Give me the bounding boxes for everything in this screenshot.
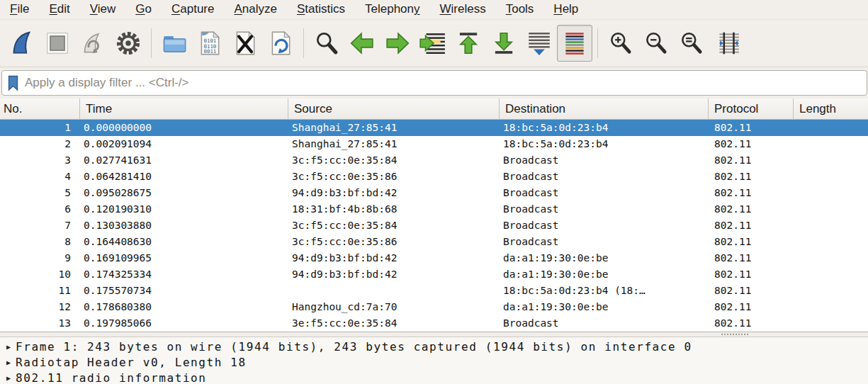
- menu-edit[interactable]: Edit: [39, 1, 79, 18]
- cell-length: [794, 169, 868, 185]
- expander-triangle-icon[interactable]: ▶: [0, 358, 16, 366]
- menu-view[interactable]: View: [80, 1, 126, 18]
- column-header-source[interactable]: Source: [288, 98, 500, 119]
- open-file-button[interactable]: [157, 25, 192, 62]
- column-header-destination[interactable]: Destination: [500, 98, 709, 119]
- packet-row-3[interactable]: 30.0277416313c:f5:cc:0e:35:84Broadcast80…: [0, 152, 868, 169]
- auto-scroll-icon: [526, 30, 553, 57]
- close-file-button[interactable]: [227, 25, 263, 62]
- display-filter-input[interactable]: [25, 76, 862, 90]
- save-file-button[interactable]: 0101 0110 0011: [192, 25, 227, 62]
- go-last-packet-button[interactable]: [486, 25, 522, 62]
- close-file-icon: [232, 30, 259, 57]
- cell-source: 94:d9:b3:bf:bd:42: [288, 185, 500, 201]
- column-header-time[interactable]: Time: [80, 98, 288, 119]
- main-toolbar: 0101 0110 0011: [0, 19, 868, 67]
- splitter-grip-icon[interactable]: [721, 334, 748, 335]
- zoom-in-button[interactable]: [603, 25, 638, 62]
- menu-telephony[interactable]: Telephony: [355, 1, 430, 18]
- start-capture-button[interactable]: [4, 25, 40, 62]
- svg-text:0011: 0011: [204, 48, 217, 55]
- cell-destination: 18:bc:5a:0d:23:b4: [500, 120, 709, 136]
- wireshark-fin-icon: [9, 30, 35, 57]
- cell-no: 5: [0, 185, 80, 201]
- detail-line-2[interactable]: ▶Radiotap Header v0, Length 18: [0, 354, 868, 370]
- cell-no: 7: [0, 218, 80, 234]
- cell-protocol: 802.11: [709, 152, 794, 169]
- detail-line-1[interactable]: ▶Frame 1: 243 bytes on wire (1944 bits),…: [0, 339, 868, 354]
- resize-columns-button[interactable]: [709, 25, 745, 62]
- cell-time: 0.120190310: [80, 201, 288, 218]
- arrow-up-bar-icon: [455, 30, 482, 57]
- toolbar-separator: [151, 28, 152, 58]
- cell-protocol: 802.11: [709, 299, 794, 315]
- packet-row-6[interactable]: 60.12019031018:31:bf:4b:8b:68Broadcast80…: [0, 201, 868, 218]
- packet-row-9[interactable]: 90.16910996594:d9:b3:bf:bd:42da:a1:19:30…: [0, 250, 868, 266]
- menu-file[interactable]: File: [0, 1, 39, 18]
- colorize-packets-button[interactable]: [557, 25, 592, 62]
- cell-no: 9: [0, 250, 80, 266]
- zoom-normal-button[interactable]: [674, 25, 709, 62]
- menu-tools[interactable]: Tools: [496, 1, 544, 18]
- cell-source: 3e:f5:cc:0e:35:84: [288, 315, 500, 332]
- expander-triangle-icon[interactable]: ▶: [0, 343, 16, 351]
- restart-capture-button[interactable]: [75, 25, 111, 62]
- cell-source: 3c:f5:cc:0e:35:86: [288, 169, 500, 185]
- cell-length: [794, 266, 868, 283]
- column-header-length[interactable]: Length: [794, 98, 868, 119]
- cell-no: 4: [0, 169, 80, 185]
- cell-time: 0.164408630: [80, 234, 288, 250]
- cell-destination: Broadcast: [500, 234, 709, 250]
- packet-row-10[interactable]: 100.17432533494:d9:b3:bf:bd:42da:a1:19:3…: [0, 266, 868, 283]
- go-first-packet-button[interactable]: [451, 25, 486, 62]
- toolbar-separator: [597, 28, 598, 58]
- cell-protocol: 802.11: [709, 250, 794, 266]
- go-to-packet-button[interactable]: [415, 25, 451, 62]
- cell-protocol: 802.11: [709, 169, 794, 185]
- menu-go[interactable]: Go: [125, 1, 162, 18]
- packet-row-8[interactable]: 80.1644086303c:f5:cc:0e:35:86Broadcast80…: [0, 234, 868, 250]
- cell-length: [794, 315, 868, 332]
- cell-length: [794, 299, 868, 315]
- cell-time: 0.095028675: [80, 185, 288, 201]
- cell-protocol: 802.11: [709, 136, 794, 152]
- auto-scroll-button[interactable]: [522, 25, 557, 62]
- packet-row-4[interactable]: 40.0642814103c:f5:cc:0e:35:86Broadcast80…: [0, 169, 868, 185]
- detail-line-3[interactable]: ▶802.11 radio information: [0, 370, 868, 384]
- zoom-out-button[interactable]: [638, 25, 674, 62]
- cell-no: 6: [0, 201, 80, 218]
- packet-row-5[interactable]: 50.09502867594:d9:b3:bf:bd:42Broadcast80…: [0, 185, 868, 201]
- menu-help[interactable]: Help: [543, 1, 588, 18]
- cell-source: 94:d9:b3:bf:bd:42: [288, 250, 500, 266]
- cell-source: Shanghai_27:85:41: [288, 136, 500, 152]
- cell-protocol: 802.11: [709, 201, 794, 218]
- cell-time: 0.175570734: [80, 283, 288, 299]
- menu-wireless[interactable]: Wireless: [430, 1, 496, 18]
- menu-capture[interactable]: Capture: [162, 1, 224, 18]
- packet-row-2[interactable]: 20.002091094Shanghai_27:85:4118:bc:5a:0d…: [0, 136, 868, 152]
- colorize-icon: [561, 30, 588, 57]
- packet-detail-pane: ▶Frame 1: 243 bytes on wire (1944 bits),…: [0, 337, 868, 384]
- arrow-left-icon: [349, 30, 376, 57]
- packet-row-12[interactable]: 120.178680380Hangzhou_cd:7a:70da:a1:19:3…: [0, 299, 868, 315]
- column-header-protocol[interactable]: Protocol: [709, 98, 794, 119]
- packet-row-7[interactable]: 70.1303038803c:f5:cc:0e:35:84Broadcast80…: [0, 218, 868, 234]
- expander-triangle-icon[interactable]: ▶: [0, 374, 16, 382]
- go-back-button[interactable]: [344, 25, 380, 62]
- display-filter-field[interactable]: [1, 70, 867, 96]
- column-header-no[interactable]: No.: [0, 98, 80, 119]
- menu-statistics[interactable]: Statistics: [287, 1, 355, 18]
- packet-row-11[interactable]: 110.17557073418:bc:5a:0d:23:b4 (18:…802.…: [0, 283, 868, 299]
- capture-options-button[interactable]: [111, 25, 146, 62]
- find-packet-button[interactable]: [309, 25, 344, 62]
- stop-capture-button[interactable]: [40, 25, 75, 62]
- menubar: FileEditViewGoCaptureAnalyzeStatisticsTe…: [0, 0, 868, 19]
- reload-file-button[interactable]: [263, 25, 298, 62]
- cell-destination: Broadcast: [500, 218, 709, 234]
- packet-row-1[interactable]: 10.000000000Shanghai_27:85:4118:bc:5a:0d…: [0, 120, 868, 136]
- pane-splitter[interactable]: [0, 332, 868, 337]
- bookmark-icon[interactable]: [7, 75, 19, 91]
- go-forward-button[interactable]: [380, 25, 415, 62]
- packet-row-13[interactable]: 130.1979850663e:f5:cc:0e:35:84Broadcast8…: [0, 315, 868, 332]
- menu-analyze[interactable]: Analyze: [224, 1, 286, 18]
